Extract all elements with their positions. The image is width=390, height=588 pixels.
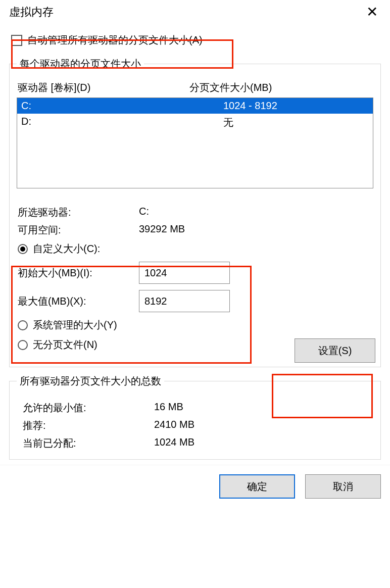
- radio-none-label: 无分页文件(N): [33, 338, 98, 352]
- auto-manage-label: 自动管理所有驱动器的分页文件大小(A): [27, 33, 203, 47]
- auto-manage-checkbox[interactable]: [11, 35, 22, 46]
- selected-drive-value: C:: [139, 206, 372, 219]
- min-value: 16 MB: [154, 401, 370, 415]
- free-space-value: 39292 MB: [139, 223, 372, 237]
- initial-size-label: 初始大小(MB)(I):: [18, 266, 139, 280]
- cur-value: 1024 MB: [154, 436, 370, 450]
- drive-cell: D:: [21, 116, 223, 129]
- size-cell: 无: [223, 116, 369, 129]
- max-size-label: 最大值(MB)(X):: [18, 295, 139, 308]
- rec-label: 推荐:: [23, 419, 154, 432]
- initial-size-row: 初始大小(MB)(I):: [17, 259, 373, 287]
- totals-legend: 所有驱动器分页文件大小的总数: [17, 374, 164, 388]
- totals-group: 所有驱动器分页文件大小的总数 允许的最小值: 16 MB 推荐: 2410 MB…: [9, 374, 381, 460]
- cancel-button-label: 取消: [333, 480, 353, 494]
- drive-listbox[interactable]: C: 1024 - 8192 D: 无: [17, 97, 373, 188]
- ok-button[interactable]: 确定: [219, 474, 295, 499]
- min-row: 允许的最小值: 16 MB: [22, 399, 371, 417]
- drive-row[interactable]: C: 1024 - 8192: [17, 98, 373, 114]
- per-drive-legend: 每个驱动器的分页文件大小: [17, 57, 144, 71]
- free-space-label: 可用空间:: [18, 223, 139, 237]
- ok-button-label: 确定: [247, 480, 267, 494]
- set-button[interactable]: 设置(S): [295, 338, 375, 363]
- cur-label: 当前已分配:: [23, 436, 154, 450]
- col-drive-header: 驱动器 [卷标](D): [18, 81, 189, 94]
- radio-custom[interactable]: [18, 244, 28, 254]
- radio-system[interactable]: [18, 320, 28, 330]
- selected-drive-label: 所选驱动器:: [18, 206, 139, 219]
- col-size-header: 分页文件大小(MB): [189, 81, 372, 94]
- max-size-input[interactable]: [139, 290, 230, 312]
- min-label: 允许的最小值:: [23, 401, 154, 415]
- rec-row: 推荐: 2410 MB: [22, 417, 371, 434]
- radio-none[interactable]: [18, 340, 28, 350]
- selected-drive-row: 所选驱动器: C:: [17, 204, 373, 221]
- per-drive-group: 每个驱动器的分页文件大小 驱动器 [卷标](D) 分页文件大小(MB) C: 1…: [9, 57, 381, 367]
- set-button-label: 设置(S): [318, 344, 352, 358]
- free-space-row: 可用空间: 39292 MB: [17, 221, 373, 239]
- radio-system-row[interactable]: 系统管理的大小(Y): [17, 315, 373, 335]
- max-size-row: 最大值(MB)(X):: [17, 287, 373, 315]
- auto-manage-row[interactable]: 自动管理所有驱动器的分页文件大小(A): [9, 30, 381, 50]
- radio-custom-label: 自定义大小(C):: [33, 242, 100, 256]
- initial-size-input[interactable]: [139, 262, 230, 284]
- cur-row: 当前已分配: 1024 MB: [22, 434, 371, 452]
- size-cell: 1024 - 8192: [223, 100, 369, 112]
- drive-list-header: 驱动器 [卷标](D) 分页文件大小(MB): [17, 79, 373, 97]
- rec-value: 2410 MB: [154, 419, 370, 432]
- title-bar: 虚拟内存 ✕: [0, 0, 390, 22]
- cancel-button[interactable]: 取消: [305, 474, 381, 499]
- drive-cell: C:: [21, 100, 223, 112]
- dialog-footer: 确定 取消: [0, 465, 390, 508]
- close-icon[interactable]: ✕: [361, 4, 383, 20]
- radio-custom-row[interactable]: 自定义大小(C):: [17, 239, 373, 259]
- radio-system-label: 系统管理的大小(Y): [33, 318, 117, 332]
- window-title: 虚拟内存: [9, 5, 54, 20]
- drive-row[interactable]: D: 无: [17, 114, 373, 131]
